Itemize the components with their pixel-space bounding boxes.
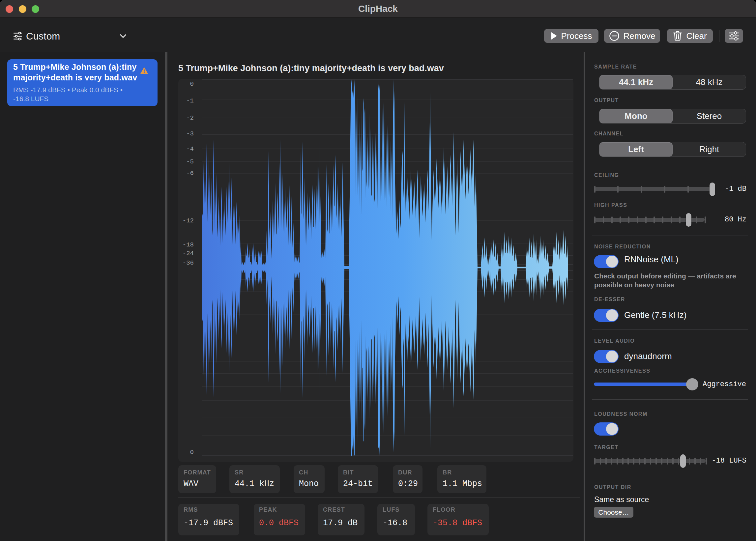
svg-text:-3: -3 — [186, 130, 194, 137]
svg-text:-1: -1 — [186, 97, 194, 105]
svg-text:0: 0 — [190, 449, 194, 456]
svg-text:-18: -18 — [183, 241, 194, 249]
svg-text:-6: -6 — [186, 170, 194, 177]
svg-text:-24: -24 — [183, 250, 194, 257]
svg-text:-12: -12 — [183, 217, 194, 225]
svg-text:-2: -2 — [186, 114, 194, 122]
svg-text:-5: -5 — [186, 158, 194, 165]
svg-text:-4: -4 — [186, 145, 194, 153]
svg-text:0: 0 — [190, 80, 194, 88]
svg-text:-36: -36 — [183, 259, 194, 267]
